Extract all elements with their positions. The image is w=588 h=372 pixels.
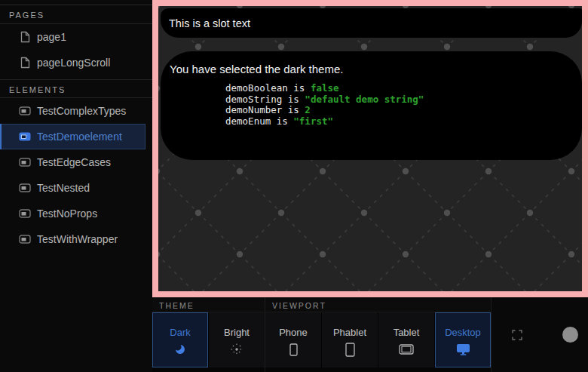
viewport-desktop-button[interactable]: Desktop	[435, 312, 491, 367]
sidebar-item-testnoprops[interactable]: TestNoProps	[0, 201, 145, 226]
viewport-desktop-label: Desktop	[445, 327, 481, 338]
viewport-phablet-button[interactable]: Phablet	[322, 312, 378, 367]
code-value: false	[311, 82, 339, 94]
pages-section-header: PAGES	[0, 5, 152, 24]
element-icon	[19, 183, 31, 192]
page-icon	[19, 57, 31, 69]
toolbar-right-area	[492, 297, 588, 372]
phablet-icon	[345, 342, 355, 357]
theme-dark-label: Dark	[170, 327, 190, 338]
code-line: demoNumber is 2	[225, 105, 582, 116]
sidebar-item-label: TestEdgeCases	[37, 156, 111, 168]
viewport-group: VIEWPORT Phone Phablet Tablet	[265, 297, 492, 372]
phone-icon	[289, 342, 298, 357]
code-value: 2	[305, 104, 311, 115]
sidebar-item-label: TestDemoelement	[37, 131, 122, 143]
viewport-buttons: Phone Phablet Tablet	[265, 312, 491, 367]
demo-element-box: You have selected the dark theme. demoBo…	[161, 51, 582, 160]
slot-text: This is a slot text	[169, 17, 250, 29]
sidebar-item-page1[interactable]: page1	[0, 24, 145, 50]
theme-group: THEME Dark Bright	[152, 297, 265, 372]
theme-bright-label: Bright	[224, 327, 250, 338]
viewport-tablet-label: Tablet	[394, 327, 420, 338]
elements-section-label: ELEMENTS	[9, 85, 66, 94]
preview-frame: This is a slot text You have selected th…	[152, 0, 588, 297]
sidebar-top-divider	[0, 0, 152, 5]
theme-bright-button[interactable]: Bright	[209, 312, 265, 367]
pages-section-label: PAGES	[9, 11, 44, 20]
sidebar-item-testnested[interactable]: TestNested	[0, 175, 145, 201]
fullscreen-icon	[512, 330, 522, 340]
theme-group-header: THEME	[152, 297, 265, 312]
slot-text-box: This is a slot text	[161, 8, 582, 38]
element-icon	[19, 235, 31, 244]
tablet-icon	[399, 342, 414, 357]
sidebar-item-testwithwrapper[interactable]: TestWithWrapper	[0, 226, 145, 252]
sidebar-item-testdemoelement[interactable]: TestDemoelement	[0, 124, 145, 149]
sidebar-item-testedgecases[interactable]: TestEdgeCases	[0, 149, 145, 175]
page-icon	[19, 31, 31, 43]
viewport-phone-label: Phone	[279, 327, 308, 338]
element-icon	[19, 106, 31, 115]
sidebar-item-testcomplextypes[interactable]: TestComplexTypes	[0, 98, 145, 124]
code-line: demoString is "default demo string"	[225, 94, 582, 106]
elements-section-header: ELEMENTS	[0, 79, 152, 98]
sidebar-item-label: TestNoProps	[37, 208, 97, 220]
desktop-icon	[456, 342, 470, 357]
demo-heading: You have selected the dark theme.	[170, 63, 582, 75]
toolbar: THEME Dark Bright	[152, 297, 588, 372]
theme-buttons: Dark Bright	[152, 312, 265, 367]
sun-icon	[230, 342, 243, 357]
code-line: demoEnum is "first"	[225, 116, 582, 128]
viewport-phablet-label: Phablet	[333, 327, 366, 338]
code-value: "first"	[293, 115, 333, 127]
element-icon	[19, 158, 31, 167]
demo-code-block: demoBoolean is false demoString is "defa…	[225, 83, 582, 127]
sidebar-item-label: TestNested	[37, 182, 90, 194]
sidebar-item-label: page1	[37, 31, 66, 43]
app-root: PAGES page1 pageLongScroll ELEMENTS Test…	[0, 0, 588, 372]
theme-dark-button[interactable]: Dark	[152, 312, 208, 367]
preview-canvas: This is a slot text You have selected th…	[158, 6, 582, 291]
sidebar-item-label: TestWithWrapper	[37, 233, 118, 245]
sidebar-item-label: pageLongScroll	[37, 57, 110, 69]
fullscreen-button[interactable]	[507, 324, 528, 346]
code-value: "default demo string"	[305, 94, 424, 105]
sidebar-item-pagelongscroll[interactable]: pageLongScroll	[0, 50, 145, 75]
sidebar-item-label: TestComplexTypes	[37, 105, 126, 117]
moon-icon	[174, 342, 186, 357]
code-line: demoBoolean is false	[225, 83, 582, 94]
viewport-tablet-button[interactable]: Tablet	[378, 312, 434, 367]
element-icon	[19, 132, 31, 141]
element-icon	[19, 209, 31, 218]
record-dot-button[interactable]	[562, 327, 578, 343]
sidebar: PAGES page1 pageLongScroll ELEMENTS Test…	[0, 0, 152, 372]
viewport-group-header: VIEWPORT	[265, 297, 491, 312]
viewport-phone-button[interactable]: Phone	[265, 312, 321, 367]
